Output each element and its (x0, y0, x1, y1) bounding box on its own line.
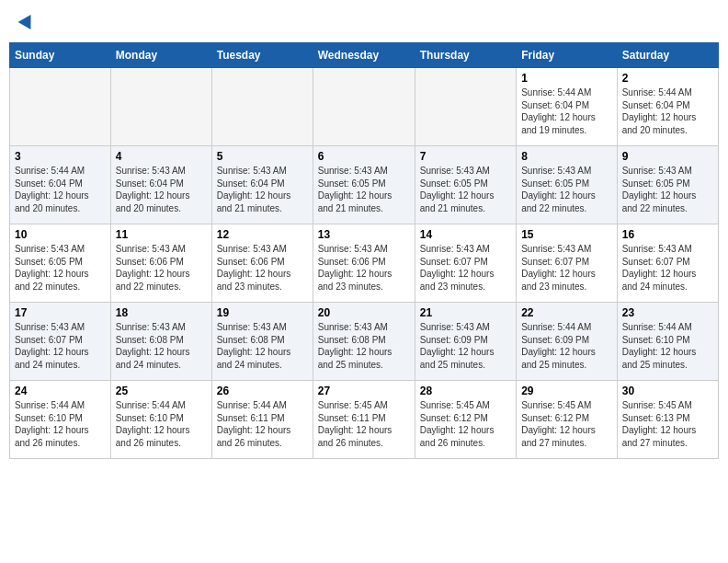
calendar-cell: 17Sunrise: 5:43 AMSunset: 6:07 PMDayligh… (10, 303, 111, 381)
day-info: Sunrise: 5:44 AMSunset: 6:04 PMDaylight:… (521, 86, 612, 136)
calendar-cell: 21Sunrise: 5:43 AMSunset: 6:09 PMDayligh… (415, 303, 516, 381)
calendar-cell (313, 68, 415, 146)
day-info: Sunrise: 5:43 AMSunset: 6:09 PMDaylight:… (420, 321, 511, 371)
day-info: Sunrise: 5:43 AMSunset: 6:06 PMDaylight:… (217, 243, 308, 293)
day-info: Sunrise: 5:43 AMSunset: 6:05 PMDaylight:… (622, 165, 713, 214)
calendar-cell: 26Sunrise: 5:44 AMSunset: 6:11 PMDayligh… (211, 381, 313, 459)
day-number: 28 (420, 385, 511, 397)
logo-triangle-icon (18, 11, 38, 29)
day-number: 18 (116, 306, 207, 319)
day-number: 25 (116, 385, 207, 397)
day-info: Sunrise: 5:43 AMSunset: 6:05 PMDaylight:… (420, 165, 511, 214)
day-info: Sunrise: 5:43 AMSunset: 6:07 PMDaylight:… (521, 243, 612, 293)
page-header (9, 9, 719, 33)
calendar-week-row: 3Sunrise: 5:44 AMSunset: 6:04 PMDaylight… (10, 146, 719, 224)
day-info: Sunrise: 5:44 AMSunset: 6:11 PMDaylight:… (217, 399, 308, 449)
day-number: 4 (116, 150, 207, 163)
day-info: Sunrise: 5:43 AMSunset: 6:07 PMDaylight:… (420, 243, 511, 293)
calendar-header-friday: Friday (517, 43, 618, 68)
day-info: Sunrise: 5:45 AMSunset: 6:11 PMDaylight:… (318, 399, 410, 449)
calendar-cell: 19Sunrise: 5:43 AMSunset: 6:08 PMDayligh… (211, 303, 313, 381)
day-info: Sunrise: 5:43 AMSunset: 6:04 PMDaylight:… (116, 165, 207, 214)
day-number: 11 (116, 228, 207, 241)
calendar-cell: 2Sunrise: 5:44 AMSunset: 6:04 PMDaylight… (617, 68, 718, 146)
day-info: Sunrise: 5:44 AMSunset: 6:10 PMDaylight:… (15, 399, 106, 449)
calendar-table: SundayMondayTuesdayWednesdayThursdayFrid… (9, 42, 719, 459)
calendar-cell (10, 68, 111, 146)
calendar-cell: 7Sunrise: 5:43 AMSunset: 6:05 PMDaylight… (415, 146, 516, 224)
calendar-cell: 16Sunrise: 5:43 AMSunset: 6:07 PMDayligh… (617, 224, 718, 303)
day-number: 16 (622, 228, 713, 241)
day-info: Sunrise: 5:43 AMSunset: 6:05 PMDaylight:… (15, 243, 106, 293)
day-number: 3 (15, 150, 106, 163)
calendar-cell: 13Sunrise: 5:43 AMSunset: 6:06 PMDayligh… (313, 224, 415, 303)
calendar-cell: 20Sunrise: 5:43 AMSunset: 6:08 PMDayligh… (313, 303, 415, 381)
day-number: 26 (217, 385, 308, 397)
day-number: 2 (622, 72, 713, 85)
day-number: 7 (420, 150, 511, 163)
day-number: 9 (622, 150, 713, 163)
day-number: 10 (15, 228, 106, 241)
day-number: 21 (420, 306, 511, 319)
calendar-cell: 27Sunrise: 5:45 AMSunset: 6:11 PMDayligh… (313, 381, 415, 459)
day-info: Sunrise: 5:43 AMSunset: 6:06 PMDaylight:… (116, 243, 207, 293)
day-number: 14 (420, 228, 511, 241)
day-info: Sunrise: 5:44 AMSunset: 6:10 PMDaylight:… (116, 399, 207, 449)
calendar-cell: 10Sunrise: 5:43 AMSunset: 6:05 PMDayligh… (10, 224, 111, 303)
calendar-week-row: 17Sunrise: 5:43 AMSunset: 6:07 PMDayligh… (10, 303, 719, 381)
calendar-cell (415, 68, 516, 146)
day-number: 13 (318, 228, 410, 241)
calendar-cell: 4Sunrise: 5:43 AMSunset: 6:04 PMDaylight… (110, 146, 211, 224)
calendar-cell: 24Sunrise: 5:44 AMSunset: 6:10 PMDayligh… (10, 381, 111, 459)
day-number: 17 (15, 306, 106, 319)
day-info: Sunrise: 5:45 AMSunset: 6:13 PMDaylight:… (622, 399, 713, 449)
calendar-week-row: 1Sunrise: 5:44 AMSunset: 6:04 PMDaylight… (10, 68, 719, 146)
calendar-cell: 5Sunrise: 5:43 AMSunset: 6:04 PMDaylight… (211, 146, 313, 224)
calendar-cell: 11Sunrise: 5:43 AMSunset: 6:06 PMDayligh… (110, 224, 211, 303)
day-number: 1 (521, 72, 612, 85)
day-info: Sunrise: 5:43 AMSunset: 6:05 PMDaylight:… (521, 165, 612, 214)
day-info: Sunrise: 5:45 AMSunset: 6:12 PMDaylight:… (521, 399, 612, 449)
calendar-header-sunday: Sunday (10, 43, 111, 68)
day-number: 24 (15, 385, 106, 397)
day-info: Sunrise: 5:44 AMSunset: 6:04 PMDaylight:… (622, 86, 713, 136)
calendar-cell: 9Sunrise: 5:43 AMSunset: 6:05 PMDaylight… (617, 146, 718, 224)
calendar-cell: 3Sunrise: 5:44 AMSunset: 6:04 PMDaylight… (10, 146, 111, 224)
day-info: Sunrise: 5:45 AMSunset: 6:12 PMDaylight:… (420, 399, 511, 449)
day-number: 27 (318, 385, 410, 397)
calendar-header-tuesday: Tuesday (211, 43, 313, 68)
logo (18, 14, 35, 29)
calendar-cell: 6Sunrise: 5:43 AMSunset: 6:05 PMDaylight… (313, 146, 415, 224)
calendar-cell: 28Sunrise: 5:45 AMSunset: 6:12 PMDayligh… (415, 381, 516, 459)
day-number: 29 (521, 385, 612, 397)
day-info: Sunrise: 5:43 AMSunset: 6:07 PMDaylight:… (622, 243, 713, 293)
day-info: Sunrise: 5:44 AMSunset: 6:10 PMDaylight:… (622, 321, 713, 371)
calendar-cell: 18Sunrise: 5:43 AMSunset: 6:08 PMDayligh… (110, 303, 211, 381)
calendar-cell: 1Sunrise: 5:44 AMSunset: 6:04 PMDaylight… (517, 68, 618, 146)
day-number: 8 (521, 150, 612, 163)
calendar-header-wednesday: Wednesday (313, 43, 415, 68)
day-number: 6 (318, 150, 410, 163)
day-number: 5 (217, 150, 308, 163)
calendar-cell: 30Sunrise: 5:45 AMSunset: 6:13 PMDayligh… (617, 381, 718, 459)
day-number: 19 (217, 306, 308, 319)
calendar-cell: 8Sunrise: 5:43 AMSunset: 6:05 PMDaylight… (517, 146, 618, 224)
day-info: Sunrise: 5:44 AMSunset: 6:04 PMDaylight:… (15, 165, 106, 214)
calendar-cell: 25Sunrise: 5:44 AMSunset: 6:10 PMDayligh… (110, 381, 211, 459)
day-info: Sunrise: 5:43 AMSunset: 6:08 PMDaylight:… (318, 321, 410, 371)
day-number: 15 (521, 228, 612, 241)
day-info: Sunrise: 5:43 AMSunset: 6:06 PMDaylight:… (318, 243, 410, 293)
day-info: Sunrise: 5:43 AMSunset: 6:07 PMDaylight:… (15, 321, 106, 371)
calendar-cell: 14Sunrise: 5:43 AMSunset: 6:07 PMDayligh… (415, 224, 516, 303)
day-number: 22 (521, 306, 612, 319)
calendar-cell: 15Sunrise: 5:43 AMSunset: 6:07 PMDayligh… (517, 224, 618, 303)
calendar-header-row: SundayMondayTuesdayWednesdayThursdayFrid… (10, 43, 719, 68)
calendar-cell (211, 68, 313, 146)
day-info: Sunrise: 5:44 AMSunset: 6:09 PMDaylight:… (521, 321, 612, 371)
calendar-header-monday: Monday (110, 43, 211, 68)
day-number: 30 (622, 385, 713, 397)
calendar-week-row: 10Sunrise: 5:43 AMSunset: 6:05 PMDayligh… (10, 224, 719, 303)
calendar-cell: 29Sunrise: 5:45 AMSunset: 6:12 PMDayligh… (517, 381, 618, 459)
day-info: Sunrise: 5:43 AMSunset: 6:08 PMDaylight:… (217, 321, 308, 371)
calendar-cell (110, 68, 211, 146)
